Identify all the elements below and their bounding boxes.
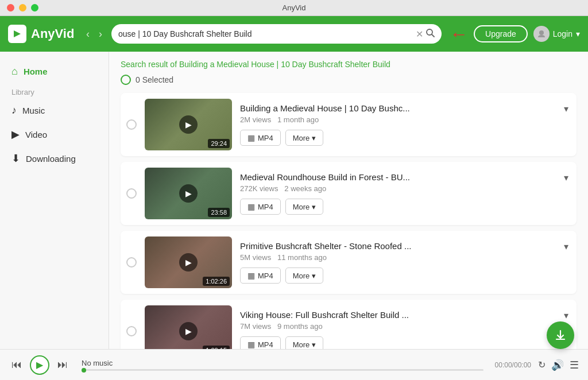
dropdown-arrow-icon: ▾ — [576, 29, 580, 38]
more-button-1[interactable]: More ▾ — [285, 130, 324, 146]
sidebar-item-music[interactable]: ♪ Music — [0, 99, 109, 122]
window-controls — [7, 4, 38, 11]
selected-row: 0 Selected — [121, 75, 577, 85]
search-input[interactable] — [118, 29, 413, 38]
video-checkbox-2[interactable] — [126, 188, 137, 199]
nav-arrows: ‹ › — [83, 27, 106, 41]
nav-forward-button[interactable]: › — [95, 27, 106, 41]
video-actions-3: ▦ MP4 More ▾ — [240, 267, 571, 284]
time-display: 00:00/00:00 — [495, 361, 531, 369]
expand-button-3[interactable]: ▾ — [562, 241, 571, 252]
expand-button-1[interactable]: ▾ — [562, 103, 571, 114]
logo-icon — [8, 25, 26, 43]
play-button-3[interactable]: ▶ — [179, 253, 198, 272]
duration-badge-4: 1:00:15 — [203, 346, 230, 349]
search-clear-button[interactable]: ✕ — [413, 29, 425, 40]
login-area[interactable]: Login ▾ — [533, 26, 580, 42]
volume-icon[interactable]: 🔊 — [551, 359, 564, 371]
video-info-4: Viking House: Full Bushcraft Shelter Bui… — [240, 310, 571, 349]
maximize-button[interactable] — [31, 4, 38, 11]
bottom-right-controls: ↻ 🔊 ☰ — [538, 359, 579, 371]
svg-point-2 — [539, 30, 544, 35]
selected-count: 0 Selected — [136, 75, 173, 84]
mp4-button-2[interactable]: ▦ MP4 — [240, 199, 281, 215]
upgrade-button[interactable]: Upgrade — [474, 25, 528, 42]
sidebar-downloading-label: Downloading — [26, 154, 76, 164]
video-checkbox-4[interactable] — [126, 326, 137, 336]
more-button-4[interactable]: More ▾ — [285, 336, 324, 349]
video-icon: ▶ — [11, 128, 20, 141]
mp4-button-3[interactable]: ▦ MP4 — [240, 267, 281, 284]
video-meta-2: 272K views 2 weeks ago — [240, 184, 571, 193]
nav-back-button[interactable]: ‹ — [83, 27, 93, 41]
video-checkbox-3[interactable] — [126, 257, 137, 267]
expand-button-4[interactable]: ▾ — [562, 310, 571, 321]
play-button-1[interactable]: ▶ — [179, 115, 198, 134]
sidebar-music-label: Music — [22, 106, 45, 115]
video-thumbnail-2[interactable]: ▶ 23:58 — [145, 168, 232, 219]
next-track-button[interactable]: ⏭ — [55, 356, 70, 373]
playback-controls: ⏮ ▶ ⏭ — [9, 355, 70, 375]
video-title-2: Medieval Roundhouse Build in Forest - BU… — [240, 172, 562, 182]
search-submit-button[interactable] — [425, 28, 435, 40]
video-title-4: Viking House: Full Bushcraft Shelter Bui… — [240, 310, 562, 320]
video-card-4: ▶ 1:00:15 Viking House: Full Bushcraft S… — [121, 300, 577, 349]
video-meta-4: 7M views 9 months ago — [240, 322, 571, 331]
play-button-4[interactable]: ▶ — [179, 322, 198, 340]
fab-download-button[interactable] — [547, 321, 574, 349]
more-button-3[interactable]: More ▾ — [285, 267, 324, 284]
logo-text: AnyVid — [31, 26, 74, 41]
minimize-button[interactable] — [19, 4, 26, 11]
expand-button-2[interactable]: ▾ — [562, 172, 571, 183]
sidebar-item-home[interactable]: ⌂ Home — [0, 60, 109, 83]
mp4-button-4[interactable]: ▦ MP4 — [240, 336, 281, 349]
arrow-indicator: ← — [450, 24, 468, 45]
bottom-bar: ⏮ ▶ ⏭ No music 00:00/00:00 ↻ 🔊 ☰ — [0, 349, 588, 380]
search-result-prefix: Search result of — [121, 60, 177, 69]
video-thumbnail-1[interactable]: ▶ 29:24 — [145, 99, 232, 150]
repeat-icon[interactable]: ↻ — [538, 359, 546, 370]
main-layout: ⌂ Home Library ♪ Music ▶ Video ⬇ Downloa… — [0, 52, 588, 349]
playlist-icon[interactable]: ☰ — [570, 359, 579, 371]
select-all-circle[interactable] — [121, 75, 131, 85]
video-card-3: ▶ 1:02:26 Primitive Bushcraft Shelter - … — [121, 231, 577, 294]
search-result-query: Building a Medieval House | 10 Day Bushc… — [179, 60, 390, 69]
progress-bar[interactable] — [82, 369, 483, 371]
video-thumbnail-4[interactable]: ▶ 1:00:15 — [145, 305, 232, 349]
film-icon-2: ▦ — [247, 202, 255, 211]
video-actions-2: ▦ MP4 More ▾ — [240, 199, 571, 215]
play-button-2[interactable]: ▶ — [179, 184, 198, 203]
duration-badge-2: 23:58 — [208, 208, 230, 217]
sidebar-item-downloading[interactable]: ⬇ Downloading — [0, 146, 109, 170]
sidebar-library-label: Library — [0, 83, 109, 99]
more-button-2[interactable]: More ▾ — [285, 199, 324, 215]
duration-badge-3: 1:02:26 — [203, 277, 230, 286]
sidebar: ⌂ Home Library ♪ Music ▶ Video ⬇ Downloa… — [0, 52, 109, 349]
content-area: Search result of Building a Medieval Hou… — [109, 52, 588, 349]
video-actions-4: ▦ MP4 More ▾ — [240, 336, 571, 349]
avatar — [533, 26, 550, 42]
close-button[interactable] — [7, 4, 14, 11]
video-title-1: Building a Medieval House | 10 Day Bushc… — [240, 103, 562, 113]
home-icon: ⌂ — [11, 65, 18, 77]
video-actions-1: ▦ MP4 More ▾ — [240, 130, 571, 146]
video-checkbox-1[interactable] — [126, 119, 137, 130]
video-title-3: Primitive Bushcraft Shelter - Stone Roof… — [240, 241, 562, 251]
mp4-button-1[interactable]: ▦ MP4 — [240, 130, 281, 146]
search-bar: ✕ — [111, 24, 442, 44]
login-label: Login — [553, 29, 572, 38]
video-thumbnail-3[interactable]: ▶ 1:02:26 — [145, 236, 232, 288]
sidebar-item-video[interactable]: ▶ Video — [0, 122, 109, 146]
play-pause-button[interactable]: ▶ — [30, 355, 49, 375]
downloading-icon: ⬇ — [11, 152, 20, 165]
video-info-2: Medieval Roundhouse Build in Forest - BU… — [240, 172, 571, 215]
svg-line-1 — [432, 34, 434, 37]
header: AnyVid ‹ › ✕ ← Upgrade Login ▾ — [0, 16, 588, 52]
video-card-2: ▶ 23:58 Medieval Roundhouse Build in For… — [121, 162, 577, 225]
video-info-1: Building a Medieval House | 10 Day Bushc… — [240, 103, 571, 146]
window-title: AnyVid — [283, 3, 306, 12]
video-meta-3: 5M views 11 months ago — [240, 253, 571, 262]
prev-track-button[interactable]: ⏮ — [9, 356, 24, 373]
music-icon: ♪ — [11, 104, 17, 117]
video-card-1: ▶ 29:24 Building a Medieval House | 10 D… — [121, 93, 577, 156]
